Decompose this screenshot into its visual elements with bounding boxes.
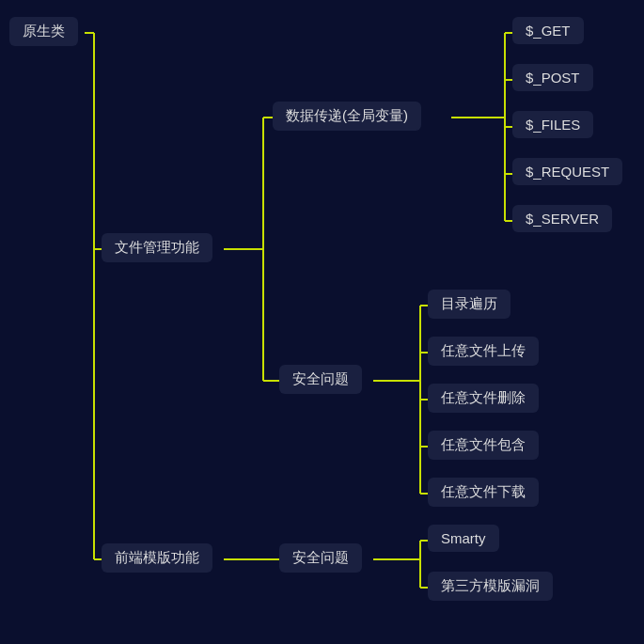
node-get: $_GET (512, 17, 584, 44)
node-server: $_SERVER (512, 205, 612, 232)
node-post: $_POST (512, 64, 593, 91)
node-request: $_REQUEST (512, 158, 622, 185)
node-data-transfer: 数据传递(全局变量) (273, 102, 421, 131)
node-third-party: 第三方模版漏洞 (428, 572, 553, 601)
node-security2: 安全问题 (279, 543, 362, 573)
mind-map: 原生类 文件管理功能 数据传递(全局变量) $_GET $_POST $_FIL… (0, 0, 644, 644)
node-files: $_FILES (512, 111, 593, 138)
node-frontend: 前端模版功能 (102, 543, 212, 573)
node-file-include: 任意文件包含 (428, 431, 539, 460)
node-file-upload: 任意文件上传 (428, 337, 539, 366)
node-dir-traversal: 目录遍历 (428, 290, 510, 319)
node-smarty: Smarty (428, 525, 499, 552)
node-file-mgmt: 文件管理功能 (102, 233, 212, 262)
node-security1: 安全问题 (279, 365, 362, 394)
node-file-download: 任意文件下载 (428, 478, 539, 507)
node-file-delete: 任意文件删除 (428, 384, 539, 413)
node-root: 原生类 (9, 17, 78, 46)
